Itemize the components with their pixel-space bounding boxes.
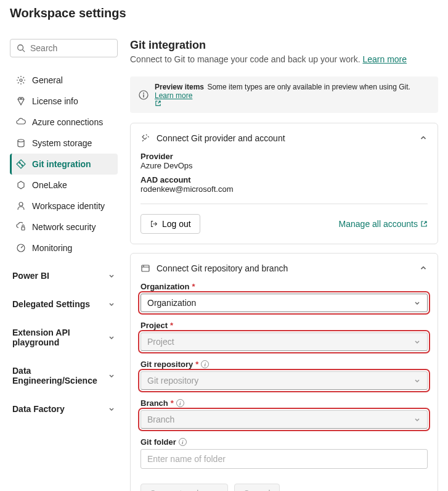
sidebar-group-datafactory[interactable]: Data Factory bbox=[10, 398, 118, 420]
svg-rect-12 bbox=[143, 94, 144, 97]
provider-card: Connect Git provider and account Provide… bbox=[130, 123, 438, 244]
sidebar-item-monitoring[interactable]: Monitoring bbox=[10, 237, 118, 258]
sidebar: General License info Azure connections S… bbox=[10, 39, 118, 491]
banner-learn-more-link[interactable]: Learn more bbox=[155, 91, 192, 100]
svg-rect-13 bbox=[142, 265, 149, 271]
repo-placeholder: Git repository bbox=[147, 376, 198, 386]
account-label: AAD account bbox=[141, 175, 428, 184]
chevron-down-icon bbox=[413, 338, 421, 345]
card-header[interactable]: Connect Git repository and branch bbox=[141, 263, 428, 273]
svg-line-1 bbox=[23, 50, 25, 52]
section-title: Git integration bbox=[130, 39, 438, 52]
repo-card: Connect Git repository and branch Organi… bbox=[130, 253, 438, 491]
diamond-icon bbox=[16, 96, 26, 106]
svg-point-11 bbox=[143, 93, 144, 94]
banner-text: Some item types are only available in pr… bbox=[207, 83, 410, 91]
cloud-icon bbox=[16, 117, 26, 127]
svg-point-2 bbox=[20, 79, 22, 81]
sidebar-item-label: System storage bbox=[32, 138, 92, 148]
chevron-down-icon bbox=[413, 377, 421, 384]
sidebar-item-label: Git integration bbox=[32, 159, 91, 169]
search-box[interactable] bbox=[10, 39, 118, 57]
sidebar-group-delegated[interactable]: Delegated Settings bbox=[10, 293, 118, 315]
external-link-icon bbox=[420, 220, 428, 228]
sidebar-group-label: Data Factory bbox=[12, 404, 65, 414]
sidebar-group-extension[interactable]: Extension API playground bbox=[10, 321, 118, 353]
svg-point-7 bbox=[19, 202, 23, 206]
search-icon bbox=[17, 44, 25, 52]
card-title: Connect Git repository and branch bbox=[157, 263, 288, 273]
branch-select[interactable]: Branch bbox=[141, 410, 428, 429]
org-label: Organization * bbox=[141, 282, 428, 291]
branch-label: Branch * i bbox=[141, 398, 428, 408]
manage-accounts-link[interactable]: Manage all accounts bbox=[339, 219, 428, 229]
cancel-button[interactable]: Cancel bbox=[234, 484, 280, 491]
sidebar-item-label: Network security bbox=[32, 222, 96, 232]
project-label: Project * bbox=[141, 321, 428, 330]
provider-label: Provider bbox=[141, 152, 428, 161]
sidebar-item-general[interactable]: General bbox=[10, 70, 118, 91]
chevron-up-icon bbox=[419, 264, 428, 273]
repo-select[interactable]: Git repository bbox=[141, 371, 428, 390]
sidebar-item-label: OneLake bbox=[32, 180, 67, 190]
card-header[interactable]: Connect Git provider and account bbox=[141, 133, 428, 143]
info-icon[interactable]: i bbox=[201, 360, 209, 368]
sidebar-group-dataeng[interactable]: Data Engineering/Science bbox=[10, 360, 118, 392]
provider-value: Azure DevOps bbox=[141, 161, 428, 170]
chevron-down-icon bbox=[108, 334, 115, 341]
plug-icon bbox=[141, 133, 150, 143]
sidebar-group-label: Power BI bbox=[12, 271, 49, 281]
info-icon[interactable]: i bbox=[176, 399, 184, 407]
chevron-down-icon bbox=[413, 416, 421, 423]
main-content: Git integration Connect to Git to manage… bbox=[130, 39, 438, 491]
project-placeholder: Project bbox=[147, 337, 174, 347]
page-title: Workspace settings bbox=[0, 0, 448, 20]
sidebar-item-label: General bbox=[32, 75, 63, 85]
gear-icon bbox=[16, 75, 26, 85]
sidebar-item-license[interactable]: License info bbox=[10, 91, 118, 112]
info-icon[interactable]: i bbox=[179, 438, 187, 446]
database-icon bbox=[16, 138, 26, 148]
sidebar-item-network[interactable]: Network security bbox=[10, 217, 118, 237]
monitor-icon bbox=[16, 243, 26, 253]
branch-placeholder: Branch bbox=[147, 415, 174, 424]
banner-title: Preview items bbox=[155, 83, 204, 91]
sidebar-group-powerbi[interactable]: Power BI bbox=[10, 265, 118, 287]
sidebar-item-onelake[interactable]: OneLake bbox=[10, 175, 118, 196]
connect-button[interactable]: Connect and sync bbox=[141, 484, 228, 491]
folder-input[interactable] bbox=[141, 449, 428, 469]
folder-label: Git folder i bbox=[141, 437, 428, 447]
org-select[interactable]: Organization bbox=[141, 294, 428, 312]
sidebar-item-identity[interactable]: Workspace identity bbox=[10, 196, 118, 217]
search-input[interactable] bbox=[30, 43, 138, 53]
chevron-down-icon bbox=[413, 299, 421, 307]
logout-button[interactable]: Log out bbox=[141, 214, 200, 234]
chevron-down-icon bbox=[108, 405, 115, 413]
chevron-down-icon bbox=[108, 372, 115, 379]
sidebar-item-label: Workspace identity bbox=[32, 201, 105, 211]
chevron-up-icon bbox=[419, 134, 428, 142]
sidebar-group-label: Delegated Settings bbox=[12, 299, 90, 309]
sidebar-group-label: Data Engineering/Science bbox=[12, 366, 108, 386]
learn-more-link[interactable]: Learn more bbox=[362, 54, 407, 64]
sidebar-item-label: Azure connections bbox=[32, 117, 103, 127]
cloud-lock-icon bbox=[16, 222, 26, 232]
org-value: Organization bbox=[147, 298, 196, 308]
person-icon bbox=[16, 201, 26, 211]
sidebar-item-git[interactable]: Git integration bbox=[10, 154, 118, 175]
chevron-down-icon bbox=[108, 272, 115, 279]
git-icon bbox=[16, 159, 26, 169]
repo-icon bbox=[141, 263, 150, 273]
account-value: rodenkew@microsoft.com bbox=[141, 184, 428, 194]
sidebar-item-azure[interactable]: Azure connections bbox=[10, 112, 118, 133]
sidebar-item-label: Monitoring bbox=[32, 243, 72, 253]
card-title: Connect Git provider and account bbox=[157, 133, 285, 143]
svg-line-6 bbox=[20, 163, 22, 165]
section-desc: Connect to Git to manage your code and b… bbox=[130, 54, 438, 64]
hexagon-icon bbox=[16, 180, 26, 190]
sidebar-item-storage[interactable]: System storage bbox=[10, 133, 118, 154]
svg-rect-8 bbox=[22, 227, 25, 230]
logout-icon bbox=[150, 220, 158, 228]
project-select[interactable]: Project bbox=[141, 332, 428, 351]
svg-point-3 bbox=[18, 139, 24, 142]
